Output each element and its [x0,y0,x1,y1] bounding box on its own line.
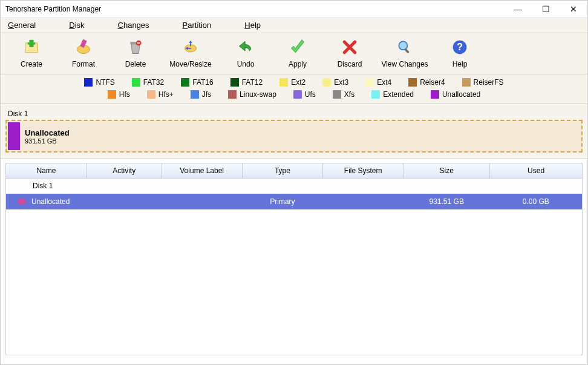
disk-title: Disk 1 [5,108,583,120]
discard-button[interactable]: Discard [324,36,376,71]
svg-point-13 [18,199,26,205]
discard-icon [341,39,358,58]
legend-swatch [322,78,331,87]
menu-disk[interactable]: Disk [69,21,84,30]
legend-label: FAT12 [242,78,263,87]
window-controls: — ☐ ✕ [504,1,587,18]
col-size[interactable]: Size [403,163,490,178]
col-fs[interactable]: File System [323,163,403,178]
legend-hfs: Hfs [108,90,130,99]
disk-partition-info[interactable]: Unallocated 931.51 GB [20,122,580,150]
menu-changes[interactable]: Changes [118,21,149,30]
format-icon [75,39,92,58]
legend-swatch [181,78,189,87]
disk-frame[interactable]: Unallocated 931.51 GB [5,120,583,153]
legend-swatch [333,90,341,99]
cell-name: Unallocated [31,197,70,206]
cell-used: 0.00 GB [490,194,582,209]
delete-button[interactable]: Delete [109,36,162,71]
maximize-button[interactable]: ☐ [532,1,560,18]
legend-label: ReiserFS [474,78,504,87]
legend-label: Xfs [344,90,354,99]
legend-jfs: Jfs [191,90,211,99]
undo-label: Undo [237,60,255,68]
legend-label: FAT32 [143,78,164,87]
partition-name: Unallocated [25,128,575,137]
legend-ntfs: NTFS [84,78,114,87]
filesystem-legend: NTFSFAT32FAT16FAT12Ext2Ext3Ext4Reiser4Re… [1,74,587,104]
svg-rect-10 [404,48,410,54]
legend-swatch [408,78,417,87]
view-changes-button[interactable]: View Changes [376,36,434,71]
legend-swatch [147,90,155,99]
legend-swatch [365,78,374,87]
legend-linux-swap: Linux-swap [228,90,276,99]
svg-rect-7 [137,42,140,44]
legend-label: Jfs [202,90,211,99]
format-button[interactable]: Format [57,36,109,71]
close-button[interactable]: ✕ [560,1,587,18]
col-type[interactable]: Type [242,163,322,178]
svg-rect-2 [28,42,35,45]
cell-volume_label [162,194,242,209]
legend-label: Ext4 [377,78,391,87]
apply-icon [289,39,306,58]
menubar: General Disk Changes Partition Help [1,18,587,33]
menu-partition[interactable]: Partition [183,21,212,30]
legend-label: Ufs [305,90,316,99]
col-used[interactable]: Used [490,163,582,178]
discard-label: Discard [338,60,362,68]
delete-label: Delete [125,60,146,68]
view-changes-label: View Changes [381,60,428,68]
cell-file_system [323,194,403,209]
col-volume[interactable]: Volume Label [162,163,242,178]
titlebar: Tenorshare Partition Manager — ☐ ✕ [1,1,587,18]
legend-label: Reiser4 [420,78,445,87]
partition-icon [17,197,27,206]
legend-ext2: Ext2 [279,78,305,87]
partition-table: Name Activity Volume Label Type File Sys… [6,163,582,209]
legend-label: NTFS [96,78,114,87]
legend-label: Ext3 [334,78,348,87]
create-button[interactable]: Create [5,36,57,71]
move-resize-button[interactable]: Move/Resize [162,36,220,71]
help-label: Help [452,60,468,68]
legend-reiser4: Reiser4 [408,78,445,87]
legend-label: Extended [383,90,414,99]
col-activity[interactable]: Activity [87,163,162,178]
legend-swatch [293,90,302,99]
table-empty-area [6,209,582,355]
svg-point-9 [399,41,407,50]
legend-swatch [462,78,471,87]
legend-swatch [84,78,93,87]
legend-row-1: NTFSFAT32FAT16FAT12Ext2Ext3Ext4Reiser4Re… [84,78,503,87]
legend-fat32: FAT32 [132,78,164,87]
legend-ext4: Ext4 [365,78,391,87]
apply-label: Apply [289,60,307,68]
legend-swatch [431,90,439,99]
partition-size: 931.51 GB [25,137,575,145]
undo-icon [237,39,254,58]
legend-xfs: Xfs [333,90,354,99]
menu-help[interactable]: Help [244,21,261,30]
legend-swatch [108,90,116,99]
legend-fat12: FAT12 [230,78,263,87]
legend-label: Unallocated [442,90,480,99]
table-disk-row[interactable]: Disk 1 [6,178,582,194]
move-resize-icon [182,39,199,58]
help-icon: ? [451,39,468,58]
table-row[interactable]: UnallocatedPrimary931.51 GB0.00 GB [6,194,582,209]
help-button[interactable]: ? Help [434,36,486,71]
undo-button[interactable]: Undo [220,36,272,71]
menu-general[interactable]: General [8,21,36,30]
apply-button[interactable]: Apply [272,36,324,71]
legend-extended: Extended [371,90,414,99]
minimize-button[interactable]: — [504,1,532,18]
legend-ufs: Ufs [293,90,316,99]
disk-bar: Unallocated 931.51 GB [8,122,580,150]
create-icon [23,39,40,58]
disk-partition-block[interactable] [8,122,20,150]
table-body: Disk 1 UnallocatedPrimary931.51 GB0.00 G… [6,178,582,209]
col-name[interactable]: Name [6,163,87,178]
table-header: Name Activity Volume Label Type File Sys… [6,163,582,178]
